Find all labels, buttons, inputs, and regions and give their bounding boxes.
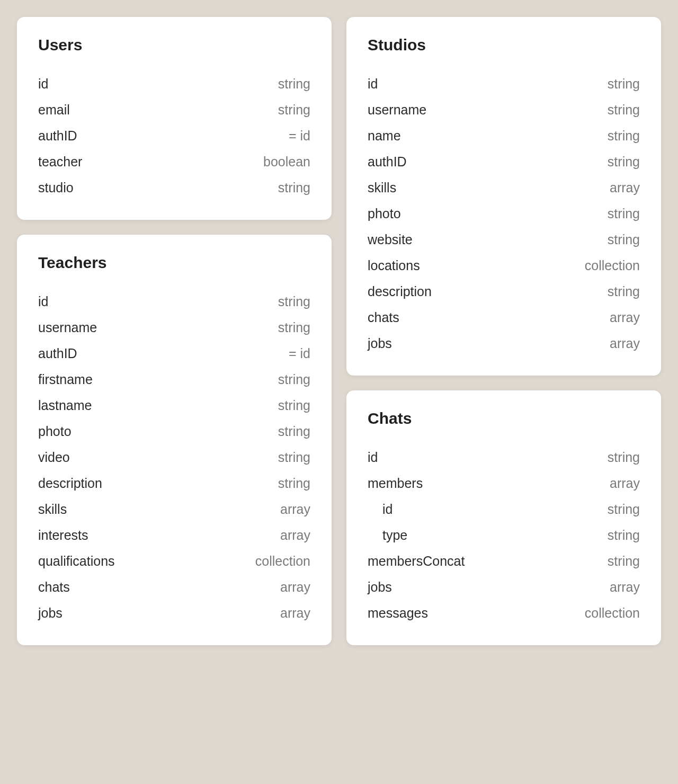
field-type: array [280, 605, 310, 621]
schema-card-users: UsersidstringemailstringauthID= idteache… [17, 17, 332, 220]
schema-title: Chats [368, 409, 640, 427]
field-type: array [280, 580, 310, 595]
field-row: idstring [38, 289, 310, 315]
field-type: string [608, 528, 640, 543]
field-name: id [38, 294, 48, 309]
field-name: studio [38, 180, 74, 195]
field-name: lastname [38, 398, 92, 413]
field-row: locationscollection [368, 253, 640, 279]
field-name: id [38, 76, 48, 92]
field-type: string [278, 294, 310, 309]
field-row: studiostring [38, 175, 310, 201]
field-name: name [368, 128, 401, 144]
field-row: jobsarray [368, 331, 640, 357]
field-name: jobs [38, 605, 63, 621]
field-name: qualifications [38, 554, 115, 569]
field-name: description [368, 284, 432, 299]
field-row: idstring [38, 71, 310, 97]
field-row: usernamestring [38, 315, 310, 341]
field-type: array [610, 476, 640, 491]
field-name: username [368, 102, 426, 118]
field-row: qualificationscollection [38, 548, 310, 574]
field-name: website [368, 232, 413, 247]
field-name: chats [38, 580, 70, 595]
field-type: string [608, 502, 640, 517]
schema-title: Users [38, 36, 310, 54]
field-row: membersarray [368, 470, 640, 496]
field-type: = id [289, 128, 310, 144]
field-name: photo [38, 424, 72, 439]
field-type: array [280, 528, 310, 543]
field-row: photostring [368, 201, 640, 227]
field-type: string [278, 450, 310, 465]
schema-card-teachers: TeachersidstringusernamestringauthID= id… [17, 235, 332, 645]
field-row: membersConcatstring [368, 548, 640, 574]
field-row: skillsarray [38, 496, 310, 522]
field-type: collection [585, 605, 640, 621]
field-type: string [608, 554, 640, 569]
field-type: string [278, 372, 310, 387]
field-type: string [278, 398, 310, 413]
field-type: array [280, 502, 310, 517]
field-type: collection [255, 554, 310, 569]
field-name: skills [368, 180, 396, 195]
field-type: boolean [263, 154, 310, 170]
field-name: teacher [38, 154, 82, 170]
schema-title: Studios [368, 36, 640, 54]
field-row: firstnamestring [38, 367, 310, 393]
field-type: string [278, 320, 310, 335]
field-type: string [608, 128, 640, 144]
schema-card-chats: Chatsidstringmembersarrayidstringtypestr… [346, 390, 661, 645]
field-row: namestring [368, 123, 640, 149]
field-row: videostring [38, 444, 310, 470]
field-name: membersConcat [368, 554, 465, 569]
field-name: chats [368, 310, 399, 325]
field-name: interests [38, 528, 88, 543]
field-name: description [38, 476, 102, 491]
field-row: authID= id [38, 123, 310, 149]
field-type: array [610, 310, 640, 325]
field-name: locations [368, 258, 420, 273]
field-name: messages [368, 605, 428, 621]
field-row: messagescollection [368, 600, 640, 626]
field-name: members [368, 476, 423, 491]
field-row: skillsarray [368, 175, 640, 201]
field-type: string [608, 206, 640, 221]
field-name: id [368, 450, 378, 465]
field-name: id [382, 502, 392, 517]
field-type: string [608, 232, 640, 247]
field-type: string [608, 450, 640, 465]
field-row: descriptionstring [368, 279, 640, 305]
field-row: emailstring [38, 97, 310, 123]
field-name: skills [38, 502, 67, 517]
field-name: video [38, 450, 70, 465]
field-row: authIDstring [368, 149, 640, 175]
field-type: string [608, 102, 640, 118]
field-row: jobsarray [368, 574, 640, 600]
field-row: teacherboolean [38, 149, 310, 175]
field-row: usernamestring [368, 97, 640, 123]
field-type: string [278, 76, 310, 92]
field-row: chatsarray [368, 305, 640, 331]
field-row: idstring [368, 444, 640, 470]
field-row: idstring [368, 496, 640, 522]
field-name: firstname [38, 372, 93, 387]
field-type: array [610, 180, 640, 195]
field-row: descriptionstring [38, 470, 310, 496]
field-name: username [38, 320, 97, 335]
field-name: authID [368, 154, 407, 170]
field-name: id [368, 76, 378, 92]
field-row: chatsarray [38, 574, 310, 600]
field-row: photostring [38, 418, 310, 444]
field-type: string [278, 180, 310, 195]
field-name: authID [38, 346, 77, 361]
field-type: array [610, 580, 640, 595]
field-row: lastnamestring [38, 393, 310, 418]
field-name: authID [38, 128, 77, 144]
schema-title: Teachers [38, 254, 310, 272]
schema-container: UsersidstringemailstringauthID= idteache… [17, 17, 661, 645]
right-column: Studiosidstringusernamestringnamestringa… [346, 17, 661, 645]
field-name: photo [368, 206, 401, 221]
field-name: type [382, 528, 407, 543]
left-column: UsersidstringemailstringauthID= idteache… [17, 17, 332, 645]
